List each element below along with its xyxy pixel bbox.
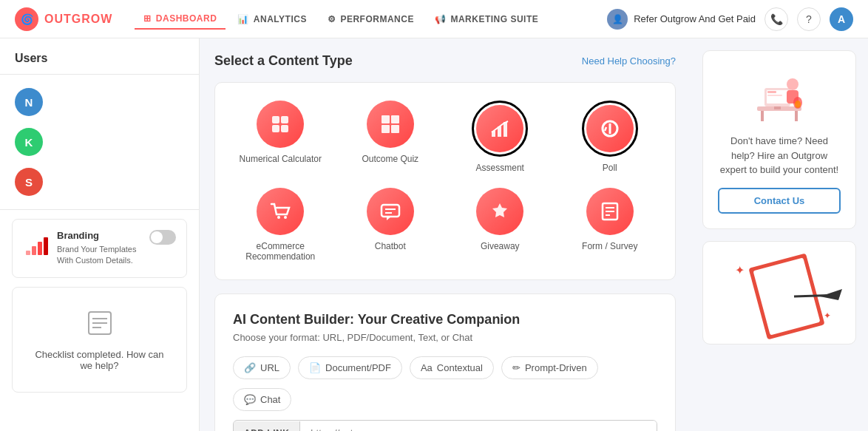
branding-toggle[interactable] — [149, 230, 176, 245]
user-avatar-n: N — [15, 88, 43, 116]
poll-selected-border — [582, 101, 638, 157]
assessment-selected-border — [472, 101, 528, 157]
content-type-giveaway[interactable]: Giveaway — [452, 188, 548, 262]
svg-rect-9 — [281, 116, 288, 123]
user-item[interactable]: S — [0, 162, 199, 202]
svg-rect-39 — [767, 91, 776, 93]
chatbot-label: Chatbot — [375, 241, 406, 251]
branding-desc: Brand Your Templates With Custom Details… — [57, 244, 142, 267]
svg-rect-40 — [767, 95, 782, 96]
chat-icon: 💬 — [244, 394, 256, 405]
user-item[interactable]: K — [0, 122, 199, 162]
logo[interactable]: 🌀 OUTGROW — [15, 7, 112, 31]
chat-format-button[interactable]: 💬 Chat — [233, 388, 291, 411]
branding-title: Branding — [57, 230, 142, 241]
svg-rect-8 — [272, 116, 279, 123]
poll-icon — [586, 105, 634, 152]
ai-builder-title: AI Content Builder: Your Creative Compan… — [233, 312, 657, 328]
checklist-card: Checklist completed. How can we help? — [12, 287, 187, 393]
nav-dashboard[interactable]: ⊞ DASHBOARD — [135, 9, 226, 30]
expert-description: Don't have time? Need help? Hire an Outg… — [718, 134, 841, 177]
svg-rect-11 — [281, 125, 288, 132]
numerical-calculator-label: Numerical Calculator — [240, 154, 322, 164]
app-header: 🌀 OUTGROW ⊞ DASHBOARD 📊 ANALYTICS ⚙ PERF… — [0, 0, 868, 38]
svg-point-42 — [795, 101, 801, 108]
help-button[interactable]: ? — [797, 7, 821, 31]
svg-rect-13 — [391, 115, 399, 123]
prompt-format-button[interactable]: ✏ Prompt-Driven — [501, 356, 598, 379]
performance-icon: ⚙ — [328, 14, 336, 24]
content-type-assessment[interactable]: Assessment — [452, 101, 548, 173]
url-format-button[interactable]: 🔗 URL — [233, 356, 291, 379]
content-type-ecommerce[interactable]: eCommerce Recommendation — [233, 188, 328, 262]
expert-card: Don't have time? Need help? Hire an Outg… — [702, 50, 856, 229]
analytics-icon: 📊 — [237, 14, 249, 24]
svg-point-23 — [284, 216, 287, 219]
svg-text:✦: ✦ — [824, 310, 831, 321]
add-link-row: ADD LINK — [233, 420, 657, 431]
svg-rect-36 — [774, 106, 781, 109]
form-survey-icon — [586, 188, 634, 235]
poll-label: Poll — [603, 163, 617, 173]
content-type-chatbot[interactable]: Chatbot — [343, 188, 438, 262]
document-format-button[interactable]: 📄 Document/PDF — [298, 356, 402, 379]
svg-rect-3 — [44, 237, 48, 255]
svg-rect-18 — [503, 122, 507, 137]
promo-illustration: ✦ ✦ — [702, 241, 856, 345]
svg-rect-10 — [272, 125, 279, 132]
branding-icon — [23, 230, 50, 257]
giveaway-icon — [476, 188, 523, 235]
content-header: Select a Content Type Need Help Choosing… — [214, 53, 676, 69]
content-type-outcome-quiz[interactable]: Outcome Quiz — [343, 101, 438, 173]
svg-text:✦: ✦ — [735, 264, 745, 276]
svg-rect-2 — [38, 242, 42, 255]
contextual-icon: Aa — [421, 362, 433, 373]
assessment-icon — [476, 105, 523, 152]
svg-rect-15 — [391, 125, 399, 133]
main-nav: ⊞ DASHBOARD 📊 ANALYTICS ⚙ PERFORMANCE 📢 … — [135, 9, 547, 30]
assessment-label: Assessment — [476, 163, 524, 173]
contextual-format-button[interactable]: Aa Contextual — [410, 356, 494, 379]
svg-line-46 — [794, 295, 840, 296]
logo-icon: 🌀 — [15, 7, 38, 31]
marketing-icon: 📢 — [435, 14, 447, 24]
nav-performance[interactable]: ⚙ PERFORMANCE — [319, 10, 423, 29]
content-type-grid: Numerical Calculator Outcome Quiz — [233, 101, 657, 262]
refer-button[interactable]: 👤 Refer Outgrow And Get Paid — [607, 9, 756, 30]
header-right: 👤 Refer Outgrow And Get Paid 📞 ? A — [607, 7, 853, 31]
user-avatar[interactable]: A — [830, 7, 853, 31]
right-panel: Don't have time? Need help? Hire an Outg… — [691, 38, 868, 431]
branding-card: Branding Brand Your Templates With Custo… — [12, 219, 187, 278]
user-avatar-s: S — [15, 168, 43, 196]
add-link-input[interactable] — [300, 421, 657, 431]
ai-builder-card: AI Content Builder: Your Creative Compan… — [214, 293, 676, 431]
main-layout: Users N K S — [0, 38, 868, 431]
ecommerce-icon — [257, 188, 304, 235]
expert-illustration — [750, 66, 809, 125]
svg-point-37 — [787, 78, 799, 90]
content-type-form-survey[interactable]: Form / Survey — [563, 188, 658, 262]
contact-us-button[interactable]: Contact Us — [718, 188, 841, 214]
ecommerce-label: eCommerce Recommendation — [233, 241, 328, 262]
svg-rect-24 — [382, 205, 399, 217]
ai-builder-subtitle: Choose your format: URL, PDF/Document, T… — [233, 332, 657, 343]
refer-avatar: 👤 — [607, 9, 628, 30]
nav-marketing[interactable]: 📢 MARKETING SUITE — [426, 10, 547, 29]
svg-rect-0 — [26, 251, 30, 255]
checklist-text: Checklist completed. How can we help? — [33, 349, 166, 371]
document-icon: 📄 — [309, 362, 321, 373]
giveaway-label: Giveaway — [481, 241, 520, 251]
help-choosing-link[interactable]: Need Help Choosing? — [582, 55, 676, 67]
checklist-icon — [33, 308, 166, 343]
svg-rect-32 — [761, 111, 764, 121]
content-type-poll[interactable]: Poll — [563, 101, 658, 173]
format-buttons: 🔗 URL 📄 Document/PDF Aa Contextual ✏ Pro… — [233, 356, 657, 379]
outcome-quiz-label: Outcome Quiz — [362, 154, 418, 164]
logo-text: OUTGROW — [44, 13, 112, 26]
user-item[interactable]: N — [0, 82, 199, 122]
svg-point-22 — [277, 216, 280, 219]
nav-analytics[interactable]: 📊 ANALYTICS — [228, 10, 316, 29]
content-type-numerical-calculator[interactable]: Numerical Calculator — [233, 101, 328, 173]
prompt-icon: ✏ — [512, 362, 521, 373]
phone-button[interactable]: 📞 — [764, 7, 788, 31]
